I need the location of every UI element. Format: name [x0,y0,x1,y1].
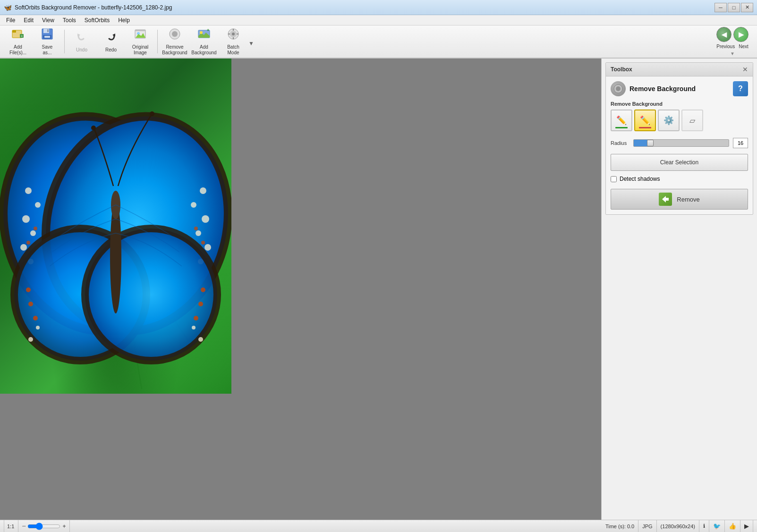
remove-tool-button[interactable]: ✏️ [634,110,656,131]
minimize-button[interactable]: ─ [714,3,727,12]
next-label: Next [739,44,748,49]
separator-2 [157,30,158,53]
nav-buttons-row: ◀ ▶ [716,27,748,42]
svg-point-63 [198,337,203,342]
toolbar: + AddFile(s)... Saveas... Undo [0,25,757,59]
canvas-area[interactable] [0,59,601,520]
magic-tool-icon: ⚙️ [663,115,674,126]
zoom-ratio: 1:1 [4,520,18,532]
svg-text:+: + [207,28,209,33]
original-image-icon [134,27,147,43]
svg-rect-6 [47,29,49,32]
menu-view[interactable]: View [38,16,59,25]
menu-help[interactable]: Help [114,16,134,25]
svg-point-48 [194,227,198,230]
remove-background-label: RemoveBackground [162,44,187,56]
format-info: JPG [638,520,656,532]
original-image-button[interactable]: OriginalImage [126,28,154,55]
svg-point-18 [200,31,203,34]
save-as-button[interactable]: Saveas... [33,28,61,55]
dimensions-label: (1280x960x24) [661,524,695,529]
svg-point-53 [33,316,38,321]
remove-tool-underline [639,127,651,128]
zoom-out-icon[interactable]: ─ [22,524,26,529]
add-background-button[interactable]: + AddBackground [190,28,218,55]
menu-file[interactable]: File [2,16,19,25]
svg-rect-1 [12,30,16,33]
menu-edit[interactable]: Edit [19,16,38,25]
remove-background-title-row: Remove Background [611,81,696,96]
butterfly-image [0,59,231,394]
zoom-slider[interactable] [27,524,60,529]
nav-expand-icon: ▼ [730,51,735,56]
info-icon: ℹ [703,523,705,529]
radius-slider[interactable] [633,139,729,147]
original-image-label: OriginalImage [132,44,148,56]
info-button[interactable]: ℹ [699,520,709,532]
svg-point-62 [192,326,196,329]
radius-value: 16 [733,138,748,148]
batch-mode-button[interactable]: BatchMode [219,28,247,55]
previous-button[interactable]: ◀ [716,27,731,42]
svg-point-35 [30,230,36,236]
svg-point-61 [201,287,205,292]
svg-point-52 [28,302,33,306]
erase-tool-button[interactable]: ▱ [681,110,703,131]
svg-point-34 [22,215,30,223]
svg-point-59 [198,302,203,306]
keep-tool-button[interactable]: ✏️ [611,110,632,131]
menu-softorbits[interactable]: SoftOrbits [80,16,114,25]
redo-label: Redo [105,47,117,53]
zoom-ratio-label: 1:1 [7,524,14,529]
add-files-label: AddFile(s)... [9,44,26,56]
svg-point-42 [200,187,206,194]
main-content: Toolbox ✕ Remove Background [0,59,757,520]
menu-tools[interactable]: Tools [59,16,80,25]
toolbox: Toolbox ✕ Remove Background [605,62,753,215]
next-button[interactable]: ▶ [733,27,748,42]
svg-point-66 [91,126,96,130]
svg-marker-70 [662,196,669,203]
zoom-control[interactable]: ─ + [18,520,70,532]
svg-point-49 [201,241,205,245]
svg-point-38 [34,227,37,230]
detect-shadows-checkbox[interactable] [611,176,617,182]
remove-button[interactable]: Remove [611,189,748,210]
toolbox-close-button[interactable]: ✕ [742,66,748,73]
remove-background-header: Remove Background ? [611,81,748,96]
erase-tool-icon: ▱ [689,116,695,125]
svg-rect-8 [44,36,50,38]
radius-label: Radius [611,140,629,146]
help-button[interactable]: ? [733,81,748,96]
toolbox-header: Toolbox ✕ [606,63,753,76]
social-youtube[interactable]: ▶ [740,520,753,532]
svg-point-33 [35,202,41,208]
toolbox-title: Toolbox [611,66,632,73]
time-info: Time (s): 0.0 [602,520,638,532]
batch-mode-label: BatchMode [227,44,239,56]
clear-selection-button[interactable]: Clear Selection [611,154,748,171]
detect-shadows-row: Detect shadows [611,176,748,182]
format-label: JPG [642,524,652,529]
dimensions-info: (1280x960x24) [657,520,699,532]
add-files-button[interactable]: + AddFile(s)... [4,28,32,55]
remove-background-button[interactable]: RemoveBackground [161,28,189,55]
redo-button[interactable]: Redo [97,28,125,55]
zoom-in-icon[interactable]: + [62,523,66,530]
social-twitter[interactable]: 🐦 [709,520,725,532]
separator-1 [64,30,65,53]
social-facebook[interactable]: 👍 [725,520,740,532]
remove-button-icon [659,193,672,206]
toolbar-expand[interactable]: ▼ [248,36,254,47]
remove-background-panel: Remove Background ? Remove Background ✏️ [606,76,753,214]
facebook-icon: 👍 [729,523,736,530]
youtube-icon: ▶ [744,523,749,530]
svg-point-39 [26,241,30,245]
tool-buttons-row: ✏️ ✏️ ⚙️ ▱ [611,110,748,131]
image-canvas[interactable] [0,59,231,394]
magic-tool-button[interactable]: ⚙️ [658,110,680,131]
close-button[interactable]: ✕ [741,3,753,12]
undo-button[interactable]: Undo [68,28,96,55]
maximize-button[interactable]: □ [728,3,740,12]
remove-button-label: Remove [677,196,699,203]
